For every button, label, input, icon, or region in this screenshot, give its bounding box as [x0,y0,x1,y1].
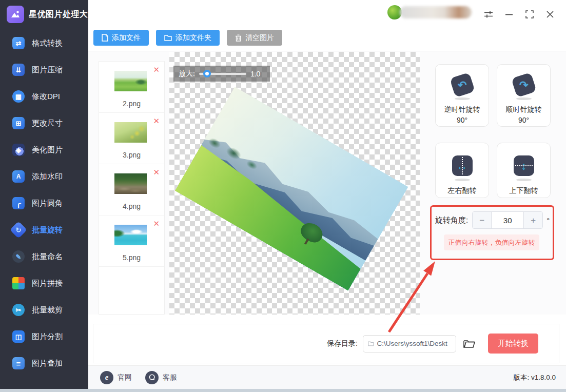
beautify-image-icon: ◈ [12,144,25,156]
sidebar-item-label: 格式转换 [32,38,63,48]
app-logo-row: 星优图片处理大师 [0,0,88,23]
sidebar-item-round-corner[interactable]: ╭ 图片圆角 [0,190,88,217]
rotate-cw-90-button[interactable]: ↷ 顺时针旋转90° [497,64,551,127]
file-name: 5.png [99,253,164,262]
sidebar-item-watermark[interactable]: A 添加水印 [0,163,88,190]
round-corner-icon: ╭ [12,197,25,209]
sidebar-item-image-stitch[interactable]: 图片拼接 [0,270,88,297]
thumbnail-image [114,173,147,194]
rotation-angle-row: 旋转角度: − + ° [435,211,550,229]
sidebar-item-beautify[interactable]: ◈ 美化图片 [0,136,88,163]
sidebar-item-label: 图片压缩 [32,65,63,75]
flip-horizontal-icon: ↔ [452,155,473,176]
app-logo-icon [7,6,24,23]
remove-file-icon[interactable]: ✕ [153,117,160,125]
sidebar-item-image-split[interactable]: ◫ 图片分割 [0,323,88,350]
rotate-cw-icon: ↷ [511,72,536,97]
maximize-icon[interactable] [523,8,536,21]
toolbar: 添加文件 添加文件夹 清空图片 [93,30,282,46]
format-convert-icon: ⇄ [12,37,25,49]
zoom-slider[interactable] [199,73,246,75]
zoom-slider-handle[interactable] [203,70,211,77]
official-site-link[interactable]: e 官网 [100,371,132,384]
user-account[interactable] [387,5,472,19]
sidebar-item-label: 图片分割 [32,332,63,342]
thumbnail-image [114,225,147,245]
customer-service-link[interactable]: 客服 [145,371,177,384]
sidebar-item-label: 批量旋转 [32,225,63,235]
file-name: 3.png [99,151,164,159]
angle-value-input[interactable] [492,212,523,228]
file-name: 2.png [99,100,164,108]
list-item[interactable]: ✕ 4.png [99,164,164,215]
sidebar-item-image-overlay[interactable]: ≡ 图片叠加 [0,350,88,377]
sidebar-item-modify-dpi[interactable]: ▦ 修改DPI [0,83,88,110]
rotation-hint: 正值向右旋转，负值向左旋转 [444,234,539,250]
list-item[interactable]: ✕ 3.png [99,113,164,164]
image-compress-icon: ⇊ [12,64,25,76]
image-overlay-icon: ≡ [12,357,25,369]
rotated-preview-image [175,87,408,291]
close-icon[interactable] [544,8,556,21]
minimize-icon[interactable] [503,8,515,21]
add-file-button[interactable]: 添加文件 [93,30,149,46]
sidebar-item-batch-rename[interactable]: ✎ 批量命名 [0,243,88,270]
customer-service-icon [145,371,159,384]
remove-file-icon[interactable]: ✕ [153,66,160,73]
save-path-input[interactable] [377,340,451,347]
add-folder-button[interactable]: 添加文件夹 [156,30,220,46]
sidebar-item-label: 更改尺寸 [32,119,63,128]
list-item[interactable]: ✕ 5.png [99,215,164,267]
angle-increase-button[interactable]: + [523,212,542,228]
sidebar-item-image-compress[interactable]: ⇊ 图片压缩 [0,56,88,83]
version-label: 版本: v1.8.0.0 [513,373,556,382]
add-watermark-icon: A [12,170,25,183]
image-stitch-icon [12,277,25,289]
sidebar-item-label: 批量裁剪 [32,305,63,315]
trash-icon [235,34,242,42]
start-convert-button[interactable]: 开始转换 [488,334,538,354]
angle-stepper: − + [472,211,543,229]
sidebar-item-batch-rotate[interactable]: ↻ 批量旋转 [0,217,88,243]
remove-file-icon[interactable]: ✕ [153,220,160,227]
sidebar-item-resize[interactable]: ⊞ 更改尺寸 [0,110,88,136]
sidebar-item-label: 添加水印 [32,172,63,182]
zoom-bar: 放大: 1.0 [173,66,270,82]
sidebar-item-batch-crop[interactable]: ✂ 批量裁剪 [0,297,88,323]
footer: e 官网 客服 版本: v1.8.0.0 [88,365,566,389]
thumbnail-image [114,122,147,143]
app-title: 星优图片处理大师 [29,9,96,20]
app-window: 星优图片处理大师 ⇄ 格式转换 ⇊ 图片压缩 ▦ 修改DPI ⊞ 更改尺寸 ◈ … [0,0,566,392]
topbar: 添加文件 添加文件夹 清空图片 [88,0,566,51]
sidebar-item-format-convert[interactable]: ⇄ 格式转换 [0,30,88,56]
main-content: ✕ 2.png ✕ 3.png ✕ 4.png ✕ 5.png [88,51,566,315]
flip-vertical-icon: ↕ [514,155,534,176]
batch-rename-icon: ✎ [12,250,25,263]
resize-icon: ⊞ [12,117,25,129]
rotation-angle-label: 旋转角度: [435,215,468,225]
file-list: ✕ 2.png ✕ 3.png ✕ 4.png ✕ 5.png [99,61,165,315]
settings-sliders-icon[interactable] [482,8,495,21]
user-name-blurred [400,6,472,18]
remove-file-icon[interactable]: ✕ [153,168,160,176]
sidebar-item-label: 批量命名 [32,252,63,262]
thumbnail-image [114,71,147,91]
list-item[interactable]: ✕ 2.png [99,62,164,113]
save-dir-label: 保存目录: [327,339,358,348]
clear-images-button[interactable]: 清空图片 [227,30,282,46]
degree-symbol: ° [547,216,550,225]
sidebar: 星优图片处理大师 ⇄ 格式转换 ⇊ 图片压缩 ▦ 修改DPI ⊞ 更改尺寸 ◈ … [0,0,88,389]
sidebar-item-label: 图片圆角 [32,199,63,208]
flip-vertical-button[interactable]: ↕ 上下翻转 [497,143,551,198]
batch-rotate-icon: ↻ [10,221,27,239]
file-icon [102,34,108,42]
preview-canvas: 放大: 1.0 [169,52,420,315]
sidebar-item-label: 修改DPI [32,92,60,102]
image-split-icon: ◫ [12,330,25,343]
browse-folder-icon[interactable] [461,336,477,351]
sidebar-nav: ⇄ 格式转换 ⇊ 图片压缩 ▦ 修改DPI ⊞ 更改尺寸 ◈ 美化图片 A 添加… [0,30,88,377]
flip-horizontal-button[interactable]: ↔ 左右翻转 [435,143,489,198]
rotate-ccw-90-button[interactable]: ↶ 逆时针旋转90° [435,64,489,127]
angle-decrease-button[interactable]: − [473,212,492,228]
rotate-ccw-icon: ↶ [449,72,475,97]
